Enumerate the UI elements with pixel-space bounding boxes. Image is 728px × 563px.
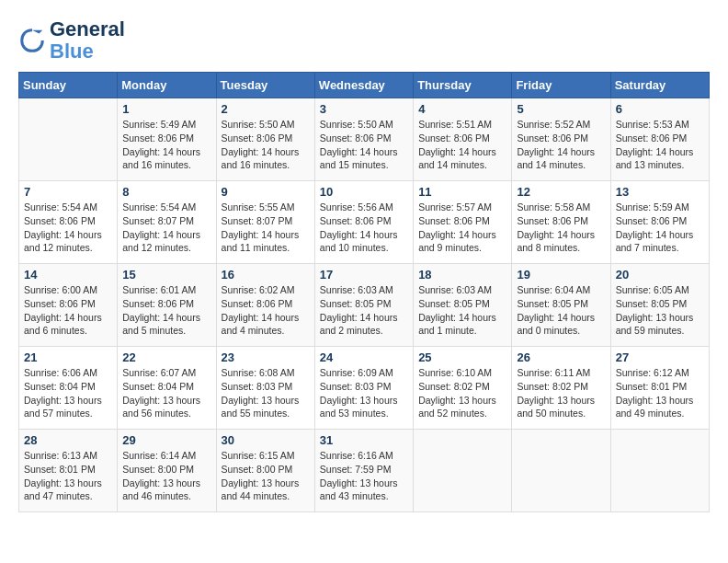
day-number: 15 <box>122 268 210 282</box>
day-number: 6 <box>616 102 704 116</box>
day-info: Sunrise: 5:54 AMSunset: 8:07 PMDaylight:… <box>122 201 210 255</box>
calendar-cell: 12Sunrise: 5:58 AMSunset: 8:06 PMDayligh… <box>512 181 610 264</box>
day-number: 12 <box>517 185 605 199</box>
day-number: 28 <box>24 433 112 447</box>
day-number: 27 <box>616 350 704 364</box>
day-number: 24 <box>320 350 408 364</box>
header-friday: Friday <box>512 73 610 98</box>
day-number: 9 <box>222 185 310 199</box>
day-number: 21 <box>24 350 112 364</box>
calendar-cell: 24Sunrise: 6:09 AMSunset: 8:03 PMDayligh… <box>314 347 413 430</box>
calendar-cell: 21Sunrise: 6:06 AMSunset: 8:04 PMDayligh… <box>19 347 118 430</box>
day-number: 4 <box>418 102 506 116</box>
logo-text: General Blue <box>50 18 125 63</box>
day-info: Sunrise: 6:03 AMSunset: 8:05 PMDaylight:… <box>418 283 506 338</box>
header-tuesday: Tuesday <box>216 73 314 98</box>
day-number: 8 <box>122 185 210 199</box>
day-info: Sunrise: 5:52 AMSunset: 8:06 PMDaylight:… <box>517 118 605 172</box>
calendar-cell: 23Sunrise: 6:08 AMSunset: 8:03 PMDayligh… <box>216 347 314 430</box>
day-info: Sunrise: 5:59 AMSunset: 8:06 PMDaylight:… <box>616 201 704 255</box>
day-number: 25 <box>418 350 506 364</box>
day-info: Sunrise: 6:09 AMSunset: 8:03 PMDaylight:… <box>320 366 408 420</box>
calendar-week-row: 21Sunrise: 6:06 AMSunset: 8:04 PMDayligh… <box>19 347 710 430</box>
day-number: 3 <box>320 102 408 116</box>
day-info: Sunrise: 5:57 AMSunset: 8:06 PMDaylight:… <box>418 201 506 255</box>
day-info: Sunrise: 6:04 AMSunset: 8:05 PMDaylight:… <box>517 283 605 338</box>
calendar-cell: 13Sunrise: 5:59 AMSunset: 8:06 PMDayligh… <box>610 181 709 264</box>
calendar-cell: 7Sunrise: 5:54 AMSunset: 8:06 PMDaylight… <box>19 181 118 264</box>
day-info: Sunrise: 5:54 AMSunset: 8:06 PMDaylight:… <box>24 201 112 255</box>
calendar-cell: 6Sunrise: 5:53 AMSunset: 8:06 PMDaylight… <box>610 98 709 181</box>
calendar-cell: 27Sunrise: 6:12 AMSunset: 8:01 PMDayligh… <box>610 347 709 430</box>
logo: General Blue <box>18 18 125 63</box>
calendar-cell: 8Sunrise: 5:54 AMSunset: 8:07 PMDaylight… <box>118 181 216 264</box>
calendar-cell: 10Sunrise: 5:56 AMSunset: 8:06 PMDayligh… <box>314 181 413 264</box>
day-number: 18 <box>418 268 506 282</box>
day-info: Sunrise: 6:11 AMSunset: 8:02 PMDaylight:… <box>517 366 605 420</box>
calendar-header-row: SundayMondayTuesdayWednesdayThursdayFrid… <box>19 73 710 98</box>
day-number: 16 <box>222 268 310 282</box>
calendar-cell: 17Sunrise: 6:03 AMSunset: 8:05 PMDayligh… <box>314 264 413 347</box>
page-header: General Blue <box>18 18 710 63</box>
calendar-cell: 3Sunrise: 5:50 AMSunset: 8:06 PMDaylight… <box>314 98 413 181</box>
day-info: Sunrise: 5:53 AMSunset: 8:06 PMDaylight:… <box>616 118 704 172</box>
day-number: 26 <box>517 350 605 364</box>
calendar-cell: 31Sunrise: 6:16 AMSunset: 7:59 PMDayligh… <box>314 430 413 512</box>
calendar-week-row: 28Sunrise: 6:13 AMSunset: 8:01 PMDayligh… <box>19 430 710 512</box>
day-number: 1 <box>122 102 210 116</box>
day-number: 5 <box>517 102 605 116</box>
day-number: 31 <box>320 433 408 447</box>
calendar-cell <box>512 430 610 512</box>
calendar-cell: 2Sunrise: 5:50 AMSunset: 8:06 PMDaylight… <box>216 98 314 181</box>
day-info: Sunrise: 6:06 AMSunset: 8:04 PMDaylight:… <box>24 366 112 420</box>
day-number: 2 <box>222 102 310 116</box>
day-info: Sunrise: 5:58 AMSunset: 8:06 PMDaylight:… <box>517 201 605 255</box>
calendar-cell: 20Sunrise: 6:05 AMSunset: 8:05 PMDayligh… <box>610 264 709 347</box>
day-info: Sunrise: 6:00 AMSunset: 8:06 PMDaylight:… <box>24 283 112 338</box>
day-info: Sunrise: 6:01 AMSunset: 8:06 PMDaylight:… <box>122 283 210 338</box>
day-info: Sunrise: 5:50 AMSunset: 8:06 PMDaylight:… <box>320 118 408 172</box>
day-number: 11 <box>418 185 506 199</box>
logo-icon <box>18 27 46 54</box>
header-sunday: Sunday <box>19 73 118 98</box>
calendar-week-row: 7Sunrise: 5:54 AMSunset: 8:06 PMDaylight… <box>19 181 710 264</box>
day-number: 30 <box>222 433 310 447</box>
calendar-cell: 9Sunrise: 5:55 AMSunset: 8:07 PMDaylight… <box>216 181 314 264</box>
calendar-cell: 25Sunrise: 6:10 AMSunset: 8:02 PMDayligh… <box>414 347 512 430</box>
calendar-week-row: 14Sunrise: 6:00 AMSunset: 8:06 PMDayligh… <box>19 264 710 347</box>
calendar-cell <box>19 98 118 181</box>
day-info: Sunrise: 6:07 AMSunset: 8:04 PMDaylight:… <box>122 366 210 420</box>
day-number: 19 <box>517 268 605 282</box>
calendar-cell: 14Sunrise: 6:00 AMSunset: 8:06 PMDayligh… <box>19 264 118 347</box>
header-wednesday: Wednesday <box>314 73 413 98</box>
day-number: 23 <box>222 350 310 364</box>
calendar-cell: 28Sunrise: 6:13 AMSunset: 8:01 PMDayligh… <box>19 430 118 512</box>
day-info: Sunrise: 5:56 AMSunset: 8:06 PMDaylight:… <box>320 201 408 255</box>
day-number: 17 <box>320 268 408 282</box>
calendar-cell: 19Sunrise: 6:04 AMSunset: 8:05 PMDayligh… <box>512 264 610 347</box>
calendar-cell <box>610 430 709 512</box>
calendar-cell: 1Sunrise: 5:49 AMSunset: 8:06 PMDaylight… <box>118 98 216 181</box>
day-number: 7 <box>24 185 112 199</box>
calendar-table: SundayMondayTuesdayWednesdayThursdayFrid… <box>18 72 710 512</box>
calendar-cell: 15Sunrise: 6:01 AMSunset: 8:06 PMDayligh… <box>118 264 216 347</box>
day-info: Sunrise: 5:50 AMSunset: 8:06 PMDaylight:… <box>222 118 310 172</box>
day-info: Sunrise: 6:08 AMSunset: 8:03 PMDaylight:… <box>222 366 310 420</box>
day-number: 29 <box>122 433 210 447</box>
day-info: Sunrise: 6:15 AMSunset: 8:00 PMDaylight:… <box>222 449 310 503</box>
day-info: Sunrise: 6:12 AMSunset: 8:01 PMDaylight:… <box>616 366 704 420</box>
calendar-cell: 29Sunrise: 6:14 AMSunset: 8:00 PMDayligh… <box>118 430 216 512</box>
day-info: Sunrise: 6:05 AMSunset: 8:05 PMDaylight:… <box>616 283 704 338</box>
day-info: Sunrise: 6:02 AMSunset: 8:06 PMDaylight:… <box>222 283 310 338</box>
day-info: Sunrise: 6:14 AMSunset: 8:00 PMDaylight:… <box>122 449 210 503</box>
day-info: Sunrise: 6:10 AMSunset: 8:02 PMDaylight:… <box>418 366 506 420</box>
day-info: Sunrise: 6:16 AMSunset: 7:59 PMDaylight:… <box>320 449 408 503</box>
day-number: 22 <box>122 350 210 364</box>
day-number: 13 <box>616 185 704 199</box>
calendar-cell: 4Sunrise: 5:51 AMSunset: 8:06 PMDaylight… <box>414 98 512 181</box>
day-number: 20 <box>616 268 704 282</box>
day-info: Sunrise: 5:55 AMSunset: 8:07 PMDaylight:… <box>222 201 310 255</box>
day-number: 14 <box>24 268 112 282</box>
calendar-cell: 5Sunrise: 5:52 AMSunset: 8:06 PMDaylight… <box>512 98 610 181</box>
calendar-cell: 18Sunrise: 6:03 AMSunset: 8:05 PMDayligh… <box>414 264 512 347</box>
